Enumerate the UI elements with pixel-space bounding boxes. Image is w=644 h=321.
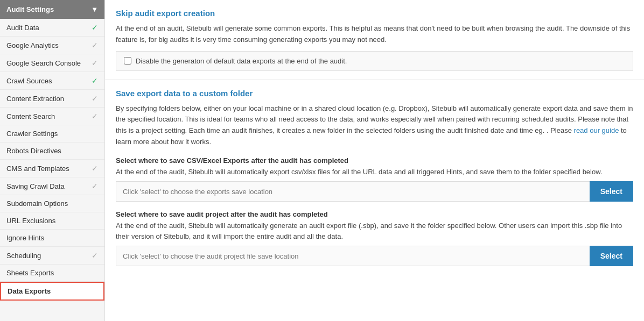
project-export-path-input[interactable] xyxy=(116,246,590,266)
sidebar-item-saving-crawl-data[interactable]: Saving Crawl Data✓ xyxy=(0,177,104,195)
check-gray-icon: ✓ xyxy=(92,251,98,260)
sidebar-header-title: Audit Settings xyxy=(6,5,54,13)
sidebar-item-subdomain-options[interactable]: Subdomain Options xyxy=(0,195,104,212)
sidebar-item-label: Content Search xyxy=(6,112,55,120)
sidebar-item-sheets-exports[interactable]: Sheets Exports xyxy=(0,265,104,282)
csv-export-block: Select where to save CSV/Excel Exports a… xyxy=(116,156,633,202)
sidebar-item-cms-and-templates[interactable]: CMS and Templates✓ xyxy=(0,160,104,177)
sidebar-item-url-exclusions[interactable]: URL Exclusions xyxy=(0,212,104,230)
sidebar-item-label: Audit Data xyxy=(6,24,39,32)
sidebar-item-content-extraction[interactable]: Content Extraction✓ xyxy=(0,90,104,108)
csv-export-select-button[interactable]: Select xyxy=(590,181,633,202)
main-content: Skip audit export creation At the end of… xyxy=(105,0,644,321)
sidebar-item-label: Google Analytics xyxy=(6,41,59,49)
sidebar-header: Audit Settings ▼ xyxy=(0,0,104,19)
save-export-title: Save export data to a custom folder xyxy=(116,89,633,98)
check-gray-icon: ✓ xyxy=(92,164,98,173)
check-gray-icon: ✓ xyxy=(92,112,98,120)
csv-export-input-row: Select xyxy=(116,181,633,202)
check-green-icon: ✓ xyxy=(92,23,98,32)
sidebar-collapse-icon[interactable]: ▼ xyxy=(91,5,98,13)
project-export-select-button[interactable]: Select xyxy=(590,246,633,266)
check-green-icon: ✓ xyxy=(92,76,98,85)
sidebar-item-audit-data[interactable]: Audit Data✓ xyxy=(0,19,104,37)
sidebar-item-content-search[interactable]: Content Search✓ xyxy=(0,108,104,125)
sidebar-item-label: Scheduling xyxy=(6,252,41,260)
csv-export-path-input[interactable] xyxy=(116,181,590,202)
sidebar-item-label: Content Extraction xyxy=(6,95,64,103)
disable-exports-checkbox[interactable] xyxy=(124,57,131,65)
sidebar: Audit Settings ▼ Audit Data✓Google Analy… xyxy=(0,0,105,321)
sidebar-item-label: Saving Crawl Data xyxy=(6,182,65,190)
sidebar-item-ignore-hints[interactable]: Ignore Hints xyxy=(0,230,104,247)
sidebar-item-label: Crawl Sources xyxy=(6,77,52,85)
check-gray-icon: ✓ xyxy=(92,182,98,190)
csv-export-title: Select where to save CSV/Excel Exports a… xyxy=(116,156,633,165)
save-export-section: Save export data to a custom folder By s… xyxy=(105,80,644,284)
check-gray-icon: ✓ xyxy=(92,59,98,67)
sidebar-item-label: URL Exclusions xyxy=(6,217,55,225)
skip-export-desc: At the end of an audit, Sitebulb will ge… xyxy=(116,23,633,46)
check-gray-icon: ✓ xyxy=(92,94,98,103)
disable-exports-row: Disable the generaton of default data ex… xyxy=(116,51,633,71)
project-export-input-row: Select xyxy=(116,246,633,266)
sidebar-item-google-analytics[interactable]: Google Analytics✓ xyxy=(0,37,104,54)
sidebar-item-label: Google Search Console xyxy=(6,59,81,67)
skip-export-section: Skip audit export creation At the end of… xyxy=(105,0,644,80)
sidebar-item-label: Ignore Hints xyxy=(6,234,44,242)
sidebar-item-label: CMS and Templates xyxy=(6,165,69,173)
sidebar-item-label: Crawler Settings xyxy=(6,130,58,138)
sidebar-item-label: Sheets Exports xyxy=(6,269,54,277)
sidebar-item-data-exports[interactable]: Data Exports xyxy=(0,282,104,301)
read-guide-link[interactable]: read our guide xyxy=(574,126,619,134)
sidebar-item-robots-directives[interactable]: Robots Directives xyxy=(0,142,104,160)
sidebar-item-scheduling[interactable]: Scheduling✓ xyxy=(0,247,104,265)
sidebar-item-label: Robots Directives xyxy=(6,147,61,155)
disable-exports-label: Disable the generaton of default data ex… xyxy=(136,57,347,65)
save-export-desc: By specifying folders below, either on y… xyxy=(116,103,633,148)
sidebar-item-label: Subdomain Options xyxy=(6,199,68,208)
sidebar-item-label: Data Exports xyxy=(8,287,51,295)
project-export-block: Select where to save audit project after… xyxy=(116,210,633,266)
project-export-title: Select where to save audit project after… xyxy=(116,210,633,218)
csv-export-desc: At the end of the audit, Sitebulb will a… xyxy=(116,167,633,177)
sidebar-item-crawler-settings[interactable]: Crawler Settings xyxy=(0,125,104,142)
sidebar-item-google-search-console[interactable]: Google Search Console✓ xyxy=(0,54,104,72)
skip-export-title: Skip audit export creation xyxy=(116,9,633,18)
project-export-desc: At the end of the audit, Sitebulb will a… xyxy=(116,220,633,241)
check-gray-icon: ✓ xyxy=(92,41,98,49)
sidebar-item-crawl-sources[interactable]: Crawl Sources✓ xyxy=(0,72,104,90)
